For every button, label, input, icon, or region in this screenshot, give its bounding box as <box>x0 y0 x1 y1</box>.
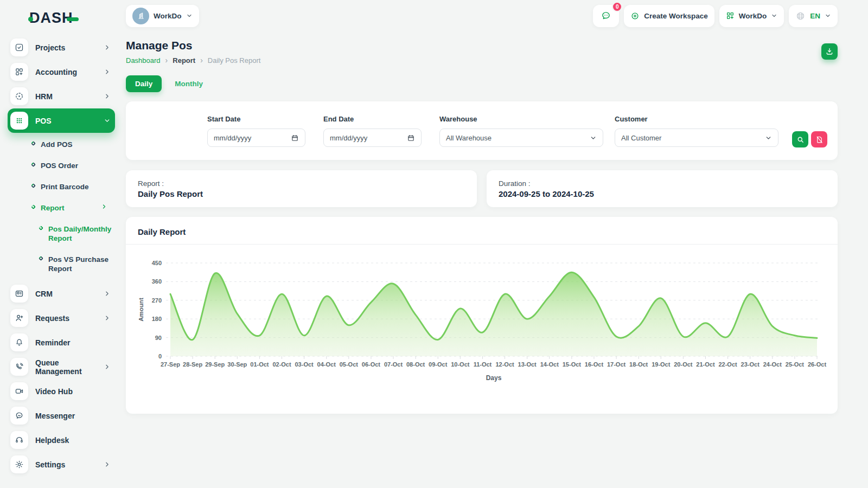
sidebar-item-reminder[interactable]: Reminder <box>8 330 115 355</box>
sidebar-item-settings[interactable]: Settings <box>8 452 115 477</box>
x-tick-label: 09-Oct <box>429 361 448 368</box>
language-selector[interactable]: EN <box>789 5 838 27</box>
sidebar-item-messenger[interactable]: Messenger <box>8 403 115 428</box>
report-value: Daily Pos Report <box>138 189 465 198</box>
summary-row: Report : Daily Pos Report Duration : 202… <box>126 170 838 207</box>
customer-label: Customer <box>615 115 778 123</box>
y-tick-label: 270 <box>152 297 162 304</box>
chevron-down-icon <box>825 12 831 19</box>
chevron-right-icon <box>104 44 111 51</box>
duration-summary-card: Duration : 2024-09-25 to 2024-10-25 <box>487 170 838 207</box>
x-tick-label: 21-Oct <box>696 361 715 368</box>
x-tick-label: 04-Oct <box>317 361 336 368</box>
sidebar-item-label: Print Barcode <box>41 182 89 191</box>
sidebar-item-print-barcode[interactable]: Print Barcode <box>31 176 115 197</box>
x-tick-label: 03-Oct <box>295 361 314 368</box>
chevron-down-icon <box>104 117 111 124</box>
bullet-icon <box>31 162 36 168</box>
x-tick-label: 02-Oct <box>272 361 291 368</box>
requests-icon <box>10 309 28 327</box>
sidebar-item-helpdesk[interactable]: Helpdesk <box>8 428 115 452</box>
x-tick-label: 15-Oct <box>563 361 582 368</box>
sidebar-item-label: Messenger <box>35 412 111 420</box>
sidebar-item-projects[interactable]: Projects <box>8 35 115 60</box>
reset-button[interactable] <box>811 131 827 147</box>
download-button[interactable] <box>821 43 838 60</box>
y-tick-label: 180 <box>152 316 162 322</box>
x-tick-label: 27-Sep <box>161 361 180 368</box>
chevron-down-icon <box>186 12 193 19</box>
pos-icon <box>10 112 28 130</box>
sidebar-item-pos-daily-monthly-report[interactable]: Pos Daily/Monthly Report <box>39 219 115 249</box>
report-period-tabs: Daily Monthly <box>126 75 838 92</box>
sidebar-item-label: POS <box>35 117 97 125</box>
chevron-down-icon <box>765 134 772 142</box>
x-tick-label: 28-Sep <box>183 361 202 368</box>
sidebar-item-crm[interactable]: CRM <box>8 281 115 306</box>
report-summary-card: Report : Daily Pos Report <box>126 170 477 207</box>
messages-button[interactable]: 0 <box>593 5 619 27</box>
workspace-avatar <box>132 8 149 24</box>
daily-report-chart: 45036027018090027-Sep28-Sep29-Sep30-Sep0… <box>135 250 830 392</box>
end-date-placeholder: mm/dd/yyyy <box>330 134 367 142</box>
calendar-icon <box>291 134 299 142</box>
messages-badge: 0 <box>612 2 622 12</box>
start-date-field: Start Date mm/dd/yyyy <box>207 115 305 147</box>
sidebar-item-pos-vs-purchase-report[interactable]: Pos VS Purchase Report <box>39 249 115 279</box>
y-axis-title: Amount <box>138 298 144 322</box>
x-tick-label: 20-Oct <box>674 361 693 368</box>
chevron-right-icon <box>104 68 111 75</box>
sidebar-item-label: Requests <box>35 314 97 323</box>
bullet-icon <box>31 204 36 210</box>
reminder-bell-icon <box>10 333 28 351</box>
chevron-right-icon <box>101 203 107 210</box>
breadcrumb-dashboard[interactable]: Dashboard <box>126 56 161 65</box>
sidebar-item-add-pos[interactable]: Add POS <box>31 134 115 155</box>
sidebar-item-hrm[interactable]: HRM <box>8 84 115 108</box>
page-header: Manage Pos Dashboard › Report › Daily Po… <box>126 39 838 65</box>
end-date-input[interactable]: mm/dd/yyyy <box>323 129 422 147</box>
sidebar-item-report[interactable]: Report <box>31 197 115 219</box>
sidebar-item-label: CRM <box>35 290 97 298</box>
sidebar-item-accounting[interactable]: Accounting <box>8 60 115 84</box>
search-icon <box>796 136 805 144</box>
topbar-actions: 0 Create Workspace WorkDo EN <box>593 5 838 27</box>
report-label: Report : <box>138 179 465 188</box>
x-tick-label: 14-Oct <box>540 361 559 368</box>
warehouse-value: All Warehouse <box>446 134 492 142</box>
create-workspace-button[interactable]: Create Workspace <box>624 5 714 27</box>
workdo-menu-button[interactable]: WorkDo <box>719 5 784 27</box>
hrm-icon <box>10 87 28 105</box>
start-date-placeholder: mm/dd/yyyy <box>214 134 251 142</box>
x-tick-label: 22-Oct <box>718 361 737 368</box>
daily-report-card: Daily Report 45036027018090027-Sep28-Sep… <box>126 217 838 414</box>
breadcrumb-report[interactable]: Report <box>173 56 195 65</box>
warehouse-select[interactable]: All Warehouse <box>439 129 603 147</box>
sidebar-item-queue-management[interactable]: Queue Management <box>8 355 115 379</box>
sidebar-item-video-hub[interactable]: Video Hub <box>8 379 115 403</box>
sidebar-item-requests[interactable]: Requests <box>8 306 115 330</box>
sidebar-item-pos-order[interactable]: POS Order <box>31 155 115 176</box>
x-tick-label: 01-Oct <box>250 361 269 368</box>
sidebar-item-pos[interactable]: POS <box>8 108 115 133</box>
workspace-selector[interactable]: WorkDo <box>126 5 199 27</box>
sidebar-item-label: Projects <box>35 43 97 52</box>
end-date-field: End Date mm/dd/yyyy <box>323 115 422 147</box>
x-axis-title: Days <box>486 374 502 382</box>
app-logo[interactable]: DASH <box>29 10 73 27</box>
language-code: EN <box>810 12 820 20</box>
start-date-input[interactable]: mm/dd/yyyy <box>207 129 305 147</box>
customer-select[interactable]: All Customer <box>615 129 778 147</box>
start-date-label: Start Date <box>207 115 305 123</box>
chevron-right-icon <box>104 363 111 370</box>
sidebar-item-label: Add POS <box>41 140 73 149</box>
sidebar-item-label: Queue Management <box>35 358 97 376</box>
chevron-right-icon <box>104 314 111 322</box>
search-button[interactable] <box>792 131 808 147</box>
x-tick-label: 29-Sep <box>205 361 225 368</box>
chevron-down-icon <box>590 134 597 142</box>
y-tick-label: 450 <box>152 260 162 266</box>
tab-monthly[interactable]: Monthly <box>169 75 208 92</box>
reset-icon <box>815 136 824 144</box>
tab-daily[interactable]: Daily <box>126 75 162 92</box>
